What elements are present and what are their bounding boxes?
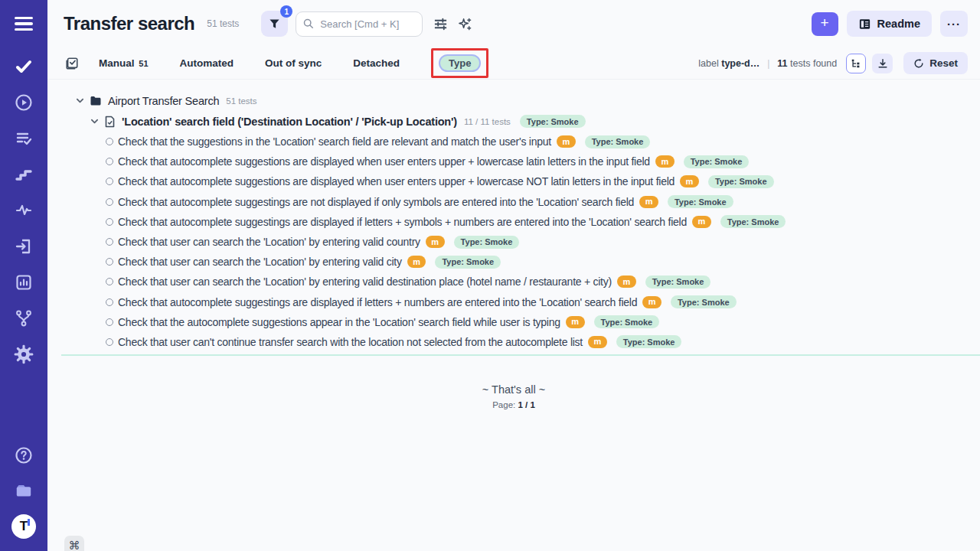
test-plans-icon[interactable] <box>12 127 35 150</box>
manual-badge: m <box>639 196 658 208</box>
chevron-down-icon[interactable] <box>90 117 99 126</box>
manual-badge: m <box>655 155 675 168</box>
keyboard-shortcut-button[interactable]: ⌘ <box>64 536 84 551</box>
test-row[interactable]: Check that the autocomplete suggestions … <box>61 312 980 332</box>
test-title[interactable]: Check that the autocomplete suggestions … <box>118 316 560 328</box>
folder-icon <box>90 95 102 107</box>
test-row[interactable]: Check that user can search the 'Location… <box>61 252 980 272</box>
milestones-steps-icon[interactable] <box>12 163 35 186</box>
download-button[interactable] <box>872 54 893 73</box>
tab-manual[interactable]: Manual 51 <box>99 57 149 69</box>
test-row[interactable]: Check that autocomplete suggestings are … <box>61 192 980 212</box>
test-row[interactable]: Check that user can search the 'Location… <box>61 232 980 252</box>
reset-label: Reset <box>929 57 958 69</box>
reports-chart-icon[interactable] <box>12 271 35 294</box>
type-smoke-badge: Type: Smoke <box>708 175 774 188</box>
suite-row[interactable]: 'Location' search field ('Destination Lo… <box>61 111 980 132</box>
suite-count: 11 / 11 tests <box>464 117 511 126</box>
more-options-button[interactable]: ··· <box>940 11 968 37</box>
manual-badge: m <box>692 216 711 228</box>
type-smoke-badge: Type: Smoke <box>668 195 733 208</box>
test-title[interactable]: Check that user can't continue transfer … <box>118 336 583 348</box>
folder-name[interactable]: Airport Transfer Search <box>108 95 219 107</box>
test-row[interactable]: Check that autocomplete suggestings are … <box>61 212 980 232</box>
result-bar: label type-d… | 11 tests found <box>698 52 968 74</box>
type-filter-chip[interactable]: Type <box>439 54 481 72</box>
manual-badge: m <box>588 336 607 348</box>
play-run-icon[interactable] <box>12 91 35 114</box>
search-input[interactable] <box>296 11 423 37</box>
sidebar-bottom: T <box>11 444 36 551</box>
suite-name[interactable]: 'Location' search field ('Destination Lo… <box>122 116 457 128</box>
type-smoke-badge: Type: Smoke <box>585 135 651 148</box>
chevron-down-icon[interactable] <box>76 96 84 105</box>
display-settings-button[interactable] <box>430 14 450 34</box>
reset-button[interactable]: Reset <box>903 52 968 74</box>
test-title[interactable]: Check that user can search the 'Location… <box>118 276 612 288</box>
test-title[interactable]: Check that autocomplete suggestions are … <box>118 155 650 168</box>
document-icon <box>104 116 116 128</box>
main-content: Transfer search 51 tests 1 + <box>47 0 980 551</box>
test-row[interactable]: Check that user can't continue transfer … <box>61 332 980 352</box>
ai-assist-button[interactable] <box>455 14 475 34</box>
filter-button[interactable]: 1 <box>261 11 288 37</box>
test-title[interactable]: Check that autocomplete suggestions are … <box>118 175 675 187</box>
test-status-circle-icon <box>106 278 113 285</box>
filter-label-value: type-d… <box>721 58 760 69</box>
folder-row[interactable]: Airport Transfer Search 51 tests <box>61 90 980 111</box>
tree-view-icon <box>851 58 861 69</box>
test-title[interactable]: Check that the suggestions in the 'Locat… <box>118 135 551 148</box>
test-status-circle-icon <box>106 318 113 326</box>
integrations-fork-icon[interactable] <box>12 307 35 330</box>
tab-manual-label: Manual <box>99 57 135 69</box>
filter-count-badge: 1 <box>280 5 292 18</box>
sidebar-nav <box>12 55 35 366</box>
test-status-circle-icon <box>106 258 113 266</box>
test-row[interactable]: Check that autocomplete suggestions are … <box>61 171 980 191</box>
search-box <box>296 11 423 37</box>
test-title[interactable]: Check that autocomplete suggestings are … <box>118 216 687 228</box>
defects-pulse-icon[interactable] <box>12 199 35 222</box>
test-title[interactable]: Check that user can search the 'Location… <box>118 236 420 248</box>
funnel-icon <box>269 18 280 30</box>
tab-out-of-sync[interactable]: Out of sync <box>265 57 322 69</box>
test-row[interactable]: Check that the suggestions in the 'Locat… <box>61 132 980 152</box>
documents-folder-icon[interactable] <box>12 479 35 502</box>
tab-automated[interactable]: Automated <box>180 57 234 69</box>
filter-label-prefix: label <box>698 58 718 69</box>
type-smoke-badge: Type: Smoke <box>645 276 711 289</box>
page-title: Transfer search <box>64 13 194 34</box>
tree-view-button[interactable] <box>846 54 866 73</box>
add-button[interactable]: + <box>812 12 838 36</box>
menu-icon[interactable] <box>11 11 37 37</box>
brand-logo[interactable]: T <box>11 514 36 539</box>
settings-gear-icon[interactable] <box>12 343 35 366</box>
active-filter-label: label type-d… <box>698 58 760 69</box>
tab-detached[interactable]: Detached <box>353 57 400 69</box>
test-row[interactable]: Check that autocomplete suggestings are … <box>61 292 980 312</box>
manual-badge: m <box>407 256 426 268</box>
test-status-circle-icon <box>106 338 113 346</box>
result-divider: | <box>767 58 769 69</box>
test-status-circle-icon <box>106 298 113 306</box>
help-question-icon[interactable] <box>12 444 35 467</box>
test-rows: Check that the suggestions in the 'Locat… <box>61 132 980 352</box>
test-status-circle-icon <box>106 178 113 185</box>
list-footer: ~ That's all ~ Page: 1 / 1 <box>47 383 980 409</box>
folder-count: 51 tests <box>226 96 256 106</box>
test-row[interactable]: Check that user can search the 'Location… <box>61 272 980 292</box>
test-title[interactable]: Check that autocomplete suggestings are … <box>118 296 637 308</box>
readme-button[interactable]: Readme <box>847 11 932 37</box>
tests-check-icon[interactable] <box>12 55 35 78</box>
select-all-icon[interactable] <box>65 57 79 70</box>
header-actions: + Readme ··· <box>812 11 968 37</box>
type-smoke-badge: Type: Smoke <box>671 295 737 308</box>
requirements-signin-icon[interactable] <box>12 235 35 258</box>
end-of-list-message: ~ That's all ~ <box>47 383 980 396</box>
test-title[interactable]: Check that autocomplete suggestings are … <box>118 196 634 208</box>
search-icon <box>303 18 314 29</box>
test-title[interactable]: Check that user can search the 'Location… <box>118 256 402 268</box>
page-label: Page: <box>492 400 515 409</box>
test-row[interactable]: Check that autocomplete suggestions are … <box>61 152 980 171</box>
test-status-circle-icon <box>106 198 113 206</box>
